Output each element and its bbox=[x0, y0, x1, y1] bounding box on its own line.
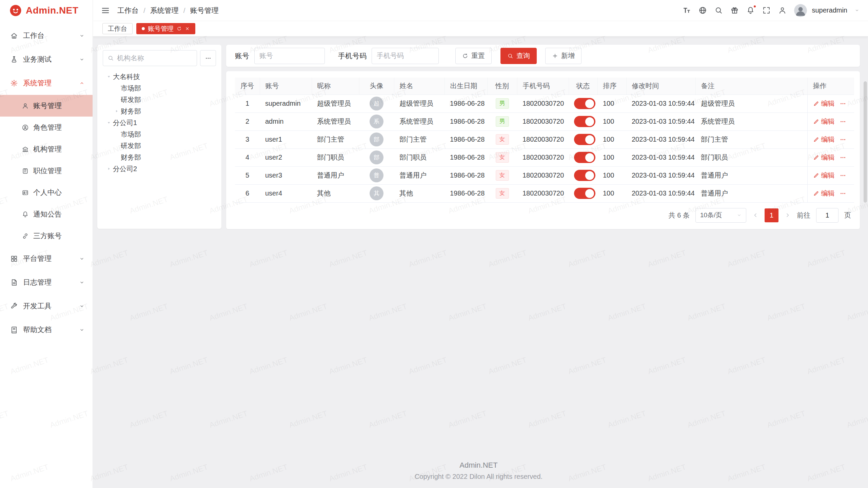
sidebar-subitem-5[interactable]: 通知公告 bbox=[0, 203, 93, 225]
chevdown-icon bbox=[79, 33, 84, 38]
goto-page-input[interactable] bbox=[816, 208, 839, 223]
caret-icon[interactable] bbox=[113, 107, 121, 115]
caret-icon bbox=[113, 96, 121, 104]
row-more-button[interactable] bbox=[840, 154, 846, 161]
caret-icon[interactable] bbox=[105, 119, 113, 127]
sidebar-subitem-1[interactable]: 角色管理 bbox=[0, 117, 93, 138]
search-icon[interactable] bbox=[714, 6, 723, 15]
phone-label: 手机号码 bbox=[338, 51, 367, 61]
gender-badge: 女 bbox=[496, 134, 509, 144]
tab-account-management[interactable]: 账号管理 bbox=[136, 23, 195, 34]
column-header: 序号 bbox=[235, 78, 260, 95]
org-search-box[interactable] bbox=[103, 50, 197, 66]
tab-workbench[interactable]: 工作台 bbox=[102, 23, 133, 34]
tree-node[interactable]: 市场部 bbox=[103, 128, 216, 140]
chevron-down-icon[interactable] bbox=[855, 8, 859, 13]
refresh-icon[interactable] bbox=[177, 26, 182, 31]
scrollbar-thumb[interactable] bbox=[864, 81, 867, 203]
sidebar-item-5[interactable]: 开发工具 bbox=[0, 294, 93, 318]
caret-icon[interactable] bbox=[105, 165, 113, 173]
page-size-value: 10条/页 bbox=[700, 211, 722, 220]
tree-node-label: 分公司1 bbox=[113, 118, 137, 127]
next-page-icon[interactable] bbox=[784, 212, 791, 219]
fullscreen-icon[interactable] bbox=[762, 6, 771, 15]
sidebar-item-6[interactable]: 帮助文档 bbox=[0, 318, 93, 342]
cell-index: 3 bbox=[235, 130, 260, 148]
tree-node[interactable]: 大名科技 bbox=[103, 71, 216, 82]
org-icon bbox=[22, 146, 29, 153]
row-more-button[interactable] bbox=[840, 100, 846, 107]
tree-node[interactable]: 财务部 bbox=[103, 151, 216, 163]
user-avatar: 超 bbox=[370, 97, 383, 110]
sidebar-subitem-label: 账号管理 bbox=[33, 101, 62, 110]
add-button[interactable]: 新增 bbox=[545, 48, 581, 64]
avatar[interactable] bbox=[794, 4, 807, 17]
edit-button[interactable]: 编辑 bbox=[813, 117, 835, 126]
prev-page-icon[interactable] bbox=[752, 212, 759, 219]
sidebar-item-1[interactable]: 业务测试 bbox=[0, 47, 93, 71]
page-number[interactable]: 1 bbox=[765, 208, 778, 222]
status-toggle[interactable] bbox=[574, 152, 595, 163]
sidebar-item-3[interactable]: 平台管理 bbox=[0, 247, 93, 270]
reset-button[interactable]: 重置 bbox=[455, 48, 492, 64]
page-unit: 页 bbox=[844, 211, 851, 220]
tree-node[interactable]: 分公司2 bbox=[103, 163, 216, 175]
tree-node[interactable]: 研发部 bbox=[103, 140, 216, 151]
column-header: 修改时间 bbox=[626, 78, 695, 95]
query-button[interactable]: 查询 bbox=[500, 48, 537, 64]
sidebar-subitem-4[interactable]: 个人中心 bbox=[0, 182, 93, 203]
breadcrumb-item[interactable]: 工作台 bbox=[117, 6, 139, 15]
phone-input[interactable] bbox=[372, 48, 439, 64]
person-icon[interactable] bbox=[778, 6, 787, 15]
font-size-icon[interactable] bbox=[683, 6, 691, 15]
toggle-knob bbox=[585, 117, 594, 126]
cell-name: 部门职员 bbox=[394, 148, 445, 166]
status-toggle[interactable] bbox=[574, 188, 595, 199]
org-search-input[interactable] bbox=[117, 54, 192, 62]
cell-account: user3 bbox=[260, 166, 312, 184]
edit-button[interactable]: 编辑 bbox=[813, 99, 835, 108]
username[interactable]: superadmin bbox=[812, 6, 847, 14]
gift-icon[interactable] bbox=[730, 6, 739, 15]
caret-icon bbox=[113, 130, 121, 138]
status-toggle[interactable] bbox=[574, 98, 595, 109]
more-icon bbox=[840, 100, 846, 107]
edit-button[interactable]: 编辑 bbox=[813, 171, 835, 180]
sidebar-subitem-2[interactable]: 机构管理 bbox=[0, 138, 93, 160]
row-more-button[interactable] bbox=[840, 136, 846, 143]
more-icon bbox=[840, 190, 846, 197]
edit-button[interactable]: 编辑 bbox=[813, 189, 835, 198]
sidebar-subitem-6[interactable]: 三方账号 bbox=[0, 225, 93, 247]
cell-phone: 18020030720 bbox=[517, 95, 569, 113]
tree-node[interactable]: 市场部 bbox=[103, 82, 216, 94]
sidebar-item-4[interactable]: 日志管理 bbox=[0, 270, 93, 294]
tree-node[interactable]: 研发部 bbox=[103, 94, 216, 105]
tree-node[interactable]: 财务部 bbox=[103, 105, 216, 117]
caret-icon[interactable] bbox=[105, 73, 113, 81]
cell-status bbox=[569, 95, 597, 113]
menu-collapse-icon[interactable] bbox=[101, 6, 110, 15]
cell-account: admin bbox=[260, 113, 312, 130]
org-more-button[interactable] bbox=[200, 50, 216, 66]
close-icon[interactable] bbox=[185, 26, 190, 31]
edit-button[interactable]: 编辑 bbox=[813, 135, 835, 144]
status-toggle[interactable] bbox=[574, 116, 595, 127]
sidebar-subitem-0[interactable]: 账号管理 bbox=[0, 95, 93, 117]
sidebar-subitem-3[interactable]: 职位管理 bbox=[0, 160, 93, 182]
tree-node[interactable]: 分公司1 bbox=[103, 117, 216, 128]
breadcrumb-item[interactable]: 系统管理 bbox=[150, 6, 179, 15]
page-size-select[interactable]: 10条/页 bbox=[695, 208, 746, 223]
status-toggle[interactable] bbox=[574, 170, 595, 181]
sidebar-item-0[interactable]: 工作台 bbox=[0, 24, 93, 47]
status-toggle[interactable] bbox=[574, 134, 595, 145]
edit-button[interactable]: 编辑 bbox=[813, 153, 835, 162]
row-more-button[interactable] bbox=[840, 172, 846, 179]
globe-icon[interactable] bbox=[698, 6, 707, 15]
row-more-button[interactable] bbox=[840, 190, 846, 197]
row-more-button[interactable] bbox=[840, 118, 846, 125]
sidebar-item-2[interactable]: 系统管理 bbox=[0, 71, 93, 95]
account-input[interactable] bbox=[254, 48, 325, 64]
column-header: 备注 bbox=[695, 78, 807, 95]
cell-remark: 部门主管 bbox=[695, 130, 807, 148]
bell-icon[interactable] bbox=[746, 6, 755, 15]
